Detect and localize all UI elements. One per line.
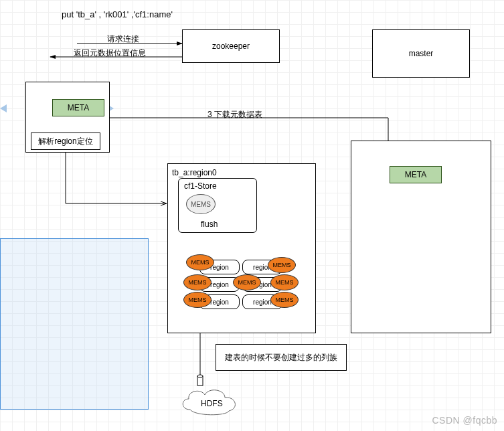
mems-ellipse: MEMS <box>183 274 212 290</box>
hdfs-label: HDFS <box>201 399 223 408</box>
server-meta-box: META <box>390 166 442 183</box>
mems-ellipse: MEMS <box>270 292 299 308</box>
handle-left-icon <box>0 104 7 112</box>
mems-circle-label: MEMS <box>191 201 211 208</box>
watermark: CSDN @fqcbb <box>432 415 497 426</box>
command-text: put 'tb_a' , 'rk001' ,'cf1:name' <box>62 9 173 19</box>
label-request-connect: 请求连接 <box>107 33 139 45</box>
client-meta-box: META <box>52 99 104 116</box>
master-box: master <box>372 29 470 78</box>
advice-box: 建表的时候不要创建过多的列族 <box>216 344 347 371</box>
label-download-meta: 3 下载元数据表 <box>207 109 262 120</box>
master-label: master <box>409 49 434 58</box>
flush-label: flush <box>201 220 218 229</box>
zookeeper-box: zookeeper <box>182 29 280 63</box>
advice-label: 建表的时候不要创建过多的列族 <box>225 352 337 363</box>
client-meta-label: META <box>68 103 89 112</box>
mems-circle: MEMS <box>186 194 216 214</box>
selection-rect <box>0 238 149 410</box>
cf1-store-label: cf1-Store <box>184 181 217 191</box>
parse-region-label: 解析region定位 <box>38 136 92 147</box>
zookeeper-label: zookeeper <box>212 41 250 51</box>
label-return-meta: 返回元数据位置信息 <box>74 48 146 59</box>
mems-ellipse: MEMS <box>270 274 299 290</box>
server-meta-label: META <box>405 170 426 179</box>
mems-ellipse: MEMS <box>186 254 214 270</box>
mems-ellipse: MEMS <box>183 292 212 308</box>
mems-ellipse: MEMS <box>268 257 296 273</box>
region0-label: tb_a:region0 <box>172 168 217 177</box>
parse-region-box: 解析region定位 <box>31 133 100 150</box>
mems-ellipse: MEMS <box>233 274 261 290</box>
